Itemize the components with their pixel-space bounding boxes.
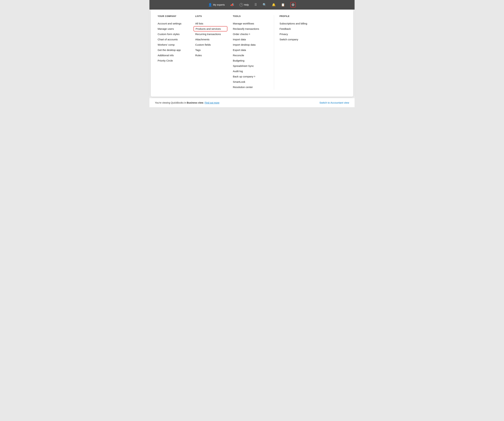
lists-column: LISTS All lists Products and services Re… xyxy=(195,15,233,90)
import-desktop-data-item[interactable]: Import desktop data xyxy=(233,42,268,47)
additional-info-item[interactable]: Additional info xyxy=(158,53,190,58)
privacy-item[interactable]: Privacy xyxy=(280,31,312,37)
profile-header: PROFILE xyxy=(280,15,312,18)
your-company-header: YOUR COMPANY xyxy=(158,15,190,18)
profile-column: PROFILE Subscriptions and billing Feedba… xyxy=(274,15,312,90)
footer-text-start: You're viewing QuickBooks in xyxy=(155,101,187,104)
your-company-column: YOUR COMPANY Account and settings Manage… xyxy=(158,15,195,90)
account-and-settings-item[interactable]: Account and settings xyxy=(158,21,190,26)
help-label: Help xyxy=(244,3,249,6)
tools-column: TOOLS Manage workflows Reclassify transa… xyxy=(233,15,274,90)
priority-circle-item[interactable]: Priority Circle xyxy=(158,58,190,63)
workers-comp-item[interactable]: Workers' comp xyxy=(158,42,190,47)
my-experts-label: My experts xyxy=(213,3,225,6)
switch-company-item[interactable]: Switch company xyxy=(280,37,312,42)
lists-header: LISTS xyxy=(195,15,227,18)
all-lists-item[interactable]: All lists xyxy=(195,21,227,26)
back-up-company-item[interactable]: Back up company ⧉ xyxy=(233,74,268,79)
footer-bold-text: Business view xyxy=(187,101,204,104)
budgeting-item[interactable]: Budgeting xyxy=(233,58,268,63)
smartlook-item[interactable]: SmartLook xyxy=(233,79,268,84)
order-checks-item[interactable]: Order checks ⧉ xyxy=(233,31,268,37)
footer-text-end: . xyxy=(203,101,204,104)
footer-text: You're viewing QuickBooks in Business vi… xyxy=(155,101,219,104)
subscriptions-and-billing-item[interactable]: Subscriptions and billing xyxy=(280,21,312,26)
help-nav[interactable]: ? Help xyxy=(240,3,249,6)
switch-to-accountant-view-link[interactable]: Switch to Accountant view xyxy=(319,101,349,104)
recurring-transactions-item[interactable]: Recurring transactions xyxy=(195,31,227,37)
dropdown-columns: YOUR COMPANY Account and settings Manage… xyxy=(158,15,346,90)
manage-workflows-item[interactable]: Manage workflows xyxy=(233,21,268,26)
reconcile-item[interactable]: Reconcile xyxy=(233,53,268,58)
tags-item[interactable]: Tags xyxy=(195,47,227,53)
my-experts-nav[interactable]: 👤 My experts xyxy=(208,3,225,7)
megaphone-icon[interactable]: 📣 xyxy=(230,3,234,7)
search-icon[interactable]: 🔍 xyxy=(263,3,266,7)
reclassify-transactions-item[interactable]: Reclassify transactions xyxy=(233,26,268,31)
attachments-item[interactable]: Attachments xyxy=(195,37,227,42)
audit-log-item[interactable]: Audit log xyxy=(233,69,268,74)
person-icon: 👤 xyxy=(208,3,212,7)
external-link-icon-2: ⧉ xyxy=(254,75,255,77)
rules-item[interactable]: Rules xyxy=(195,53,227,58)
app-container: 👤 My experts 📣 ? Help ⠿ 🔍 🔔 📋 ⚙ YOUR COM… xyxy=(150,0,354,107)
top-nav: 👤 My experts 📣 ? Help ⠿ 🔍 🔔 📋 ⚙ xyxy=(150,0,354,10)
gear-icon[interactable]: ⚙ xyxy=(290,2,296,7)
grid-icon[interactable]: ⠿ xyxy=(254,3,257,7)
custom-fields-item[interactable]: Custom fields xyxy=(195,42,227,47)
feedback-item[interactable]: Feedback xyxy=(280,26,312,31)
manage-users-item[interactable]: Manage users xyxy=(158,26,190,31)
products-and-services-item[interactable]: Products and services xyxy=(193,26,227,31)
get-desktop-app-item[interactable]: Get the desktop app xyxy=(158,47,190,53)
find-out-more-link[interactable]: Find out more xyxy=(205,101,219,104)
help-icon: ? xyxy=(240,3,243,6)
import-data-item[interactable]: Import data xyxy=(233,37,268,42)
chart-of-accounts-item[interactable]: Chart of accounts xyxy=(158,37,190,42)
clipboard-icon[interactable]: 📋 xyxy=(281,3,285,7)
settings-dropdown: YOUR COMPANY Account and settings Manage… xyxy=(151,10,353,97)
footer-bar: You're viewing QuickBooks in Business vi… xyxy=(150,98,354,107)
resolution-center-item[interactable]: Resolution center xyxy=(233,84,268,90)
tools-header: TOOLS xyxy=(233,15,268,18)
export-data-item[interactable]: Export data xyxy=(233,47,268,53)
custom-form-styles-item[interactable]: Custom form styles xyxy=(158,31,190,37)
external-link-icon: ⧉ xyxy=(249,33,250,35)
spreadsheet-sync-item[interactable]: Spreadsheet Sync xyxy=(233,63,268,69)
bell-icon[interactable]: 🔔 xyxy=(272,3,276,7)
